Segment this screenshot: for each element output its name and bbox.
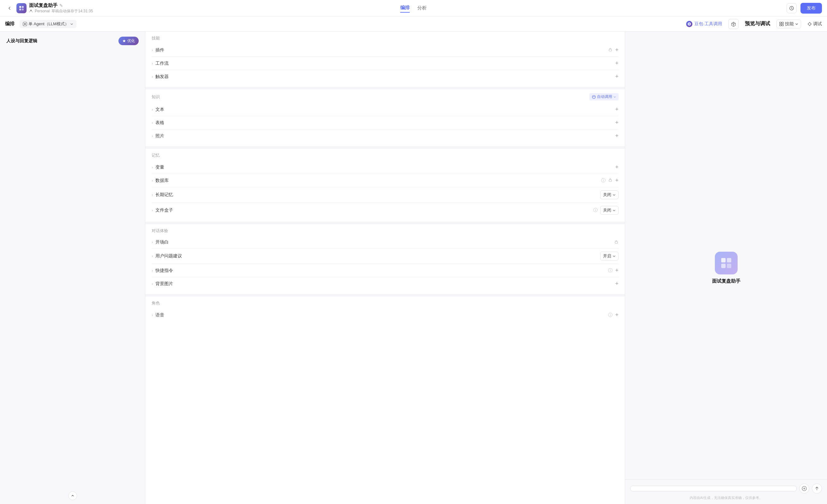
skills-icon (779, 22, 784, 26)
skill-item-table[interactable]: › 表格 + (152, 116, 619, 130)
preview-input-row (630, 484, 822, 494)
skills-button[interactable]: 技能 (776, 19, 801, 29)
nav-tab-analysis[interactable]: 分析 (417, 4, 427, 12)
add-icon[interactable]: + (615, 106, 619, 113)
dropdown-chevron-icon (613, 193, 616, 196)
add-icon[interactable]: + (615, 133, 619, 139)
add-icon[interactable]: + (615, 73, 619, 80)
skill-name: 触发器 (155, 74, 615, 80)
add-icon[interactable]: + (615, 312, 619, 318)
skill-item-filebox[interactable]: › 文件盒子 ⓘ 关闭 (152, 203, 619, 218)
svg-rect-20 (721, 264, 726, 268)
conversation-section: 对话体验 › 开场白 › 用户问题建议 (145, 224, 625, 294)
chevron-icon: › (152, 179, 153, 183)
svg-rect-21 (727, 264, 731, 268)
info-icon: ⓘ (608, 268, 613, 273)
skill-name: 文本 (155, 107, 615, 112)
middle-panel: 技能 › 插件 + › 工作流 + (145, 32, 625, 504)
svg-rect-14 (609, 49, 612, 51)
svg-rect-3 (22, 8, 24, 10)
skill-item-suggestions[interactable]: › 用户问题建议 开启 (152, 249, 619, 264)
skill-item-variable[interactable]: › 变量 + (152, 161, 619, 174)
skill-item-longterm[interactable]: › 长期记忆 关闭 (152, 187, 619, 203)
skill-name: 表格 (155, 120, 615, 126)
history-button[interactable] (787, 3, 797, 13)
svg-rect-18 (721, 258, 726, 262)
skill-actions: + (615, 164, 619, 170)
skill-name: 插件 (155, 47, 608, 53)
chevron-icon: › (152, 48, 153, 52)
filebox-dropdown[interactable]: 关闭 (600, 206, 619, 215)
edit-icon[interactable]: ✎ (59, 3, 63, 8)
chevron-down-small-icon (614, 96, 616, 98)
preview-content: 面试复盘助手 (712, 252, 740, 284)
skill-name: 语音 (155, 312, 608, 318)
skill-actions: 关闭 (600, 190, 619, 199)
send-button[interactable] (812, 484, 822, 494)
suggestions-dropdown[interactable]: 开启 (600, 252, 619, 260)
optimize-button[interactable]: 优化 (118, 37, 139, 45)
info-icon: ⓘ (593, 207, 598, 213)
longterm-dropdown[interactable]: 关闭 (600, 190, 619, 199)
preview-app-icon (715, 252, 738, 274)
skill-item-shortcut[interactable]: › 快捷指令 ⓘ + (152, 264, 619, 277)
skill-name: 快捷指令 (155, 268, 608, 273)
skill-actions: ⓘ + (608, 267, 619, 274)
add-icon[interactable]: + (615, 60, 619, 67)
preview-input-area[interactable] (630, 486, 797, 491)
top-bar-right: 发布 (414, 3, 822, 13)
skill-item-workflow[interactable]: › 工作流 + (152, 57, 619, 70)
agent-mode-selector[interactable]: 单 Agent（LLM模式） (19, 20, 77, 28)
skill-actions: + (615, 73, 619, 80)
skill-item-opening[interactable]: › 开场白 (152, 236, 619, 249)
section-divider-1 (145, 87, 625, 89)
add-icon[interactable]: + (615, 267, 619, 274)
right-panel: 面试复盘助手 内容由AI生成，无法确保真实准确，仅供参考。 (625, 32, 827, 504)
svg-rect-1 (22, 6, 24, 8)
section-divider-4 (145, 294, 625, 297)
add-icon[interactable]: + (615, 119, 619, 126)
skill-name: 变量 (155, 164, 615, 170)
skill-item-trigger[interactable]: › 触发器 + (152, 70, 619, 83)
skill-item-plugin[interactable]: › 插件 + (152, 44, 619, 57)
skill-name: 背景图片 (155, 281, 615, 287)
svg-point-7 (24, 23, 26, 24)
conversation-section-title: 对话体验 (152, 228, 619, 234)
skill-item-text[interactable]: › 文本 + (152, 103, 619, 116)
add-icon[interactable]: + (615, 164, 619, 170)
add-icon[interactable]: + (615, 177, 619, 184)
agent-icon (23, 22, 27, 26)
chevron-icon: › (152, 165, 153, 169)
auto-icon (592, 95, 596, 99)
auto-adjust-button[interactable]: 自动调用 (589, 93, 619, 100)
nav-tab-edit[interactable]: 编排 (400, 3, 410, 13)
skill-name: 文件盒子 (155, 207, 593, 213)
skill-item-database[interactable]: › 数据库 ⓘ + (152, 174, 619, 187)
skill-name: 长期记忆 (155, 192, 600, 198)
publish-button[interactable]: 发布 (800, 3, 822, 13)
skill-item-voice[interactable]: › 语音 ⓘ + (152, 308, 619, 321)
skill-actions: + (615, 119, 619, 126)
add-circle-button[interactable] (799, 484, 809, 494)
back-button[interactable] (5, 4, 14, 13)
knowledge-section-title: 知识 (152, 94, 160, 100)
app-title-area: 面试复盘助手 ✎ Personal 草稿自动保存于14:31:35 (29, 3, 93, 14)
add-icon[interactable]: + (615, 281, 619, 287)
collapse-button[interactable] (68, 491, 77, 500)
left-panel-title: 人设与回复逻辑 (6, 38, 37, 44)
lock-icon (614, 240, 619, 245)
doubao-tools-button[interactable]: 豆包·工具调用 (686, 21, 722, 27)
role-section: 角色 › 语音 ⓘ + (145, 297, 625, 325)
plugin-icon-button[interactable] (728, 19, 738, 29)
app-title-row: 面试复盘助手 ✎ (29, 3, 93, 8)
section-divider-3 (145, 222, 625, 224)
chevron-icon: › (152, 61, 153, 66)
toolbar-label: 编排 (5, 21, 14, 27)
skill-item-background[interactable]: › 背景图片 + (152, 277, 619, 290)
add-icon[interactable]: + (615, 47, 619, 53)
app-icon (16, 3, 27, 13)
debug-button[interactable]: 调试 (808, 21, 822, 27)
skill-actions: ⓘ 关闭 (593, 206, 619, 215)
debug-icon (808, 22, 812, 26)
skill-item-photo[interactable]: › 照片 + (152, 130, 619, 142)
